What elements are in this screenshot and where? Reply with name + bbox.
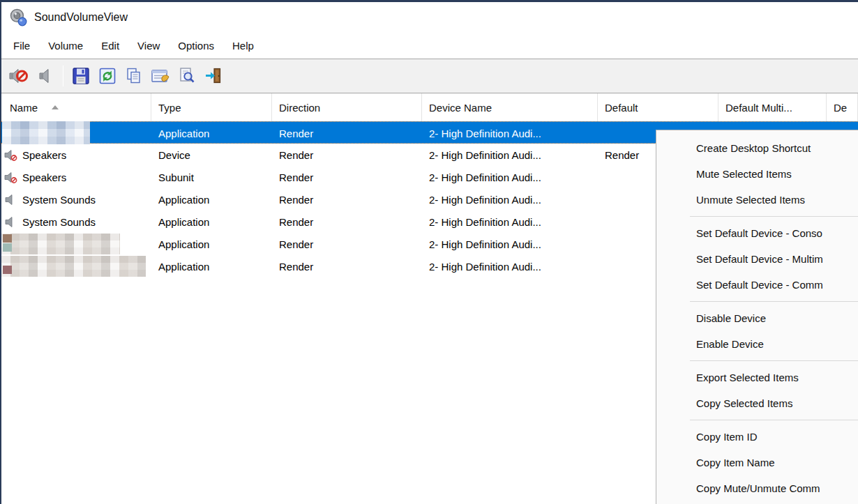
refresh-button[interactable]: [94, 62, 121, 90]
type-cell: Application: [151, 216, 272, 228]
menu-item-export-selected-items[interactable]: Export Selected Items: [656, 365, 858, 390]
unmute-button[interactable]: [32, 62, 59, 90]
menu-separator: [690, 216, 858, 217]
menu-item-copy-mute-unmute-command[interactable]: Copy Mute/Unmute Comm: [656, 475, 858, 501]
mute-icon: [8, 66, 29, 86]
column-header-default[interactable]: Default: [598, 93, 718, 121]
menu-edit[interactable]: Edit: [92, 32, 128, 59]
item-name: System Sounds: [22, 194, 96, 206]
title-bar: SoundVolumeView: [1, 2, 858, 32]
list-header: Name Type Direction Device Name Default …: [1, 93, 858, 121]
properties-icon: [150, 66, 171, 86]
find-button[interactable]: [174, 62, 200, 90]
menu-item-create-desktop-shortcut[interactable]: Create Desktop Shortcut: [656, 135, 858, 161]
direction-cell: Render: [272, 128, 422, 139]
copy-icon: [124, 66, 144, 86]
refresh-icon: [98, 66, 117, 86]
mute-button[interactable]: [6, 62, 32, 90]
find-icon: [177, 66, 197, 86]
menu-item-unmute-selected-items[interactable]: Unmute Selected Items: [656, 187, 858, 213]
column-label: De: [834, 102, 847, 114]
direction-cell: Render: [272, 216, 422, 228]
direction-cell: Render: [272, 238, 422, 250]
speaker-icon: [4, 193, 17, 206]
column-label: Type: [158, 102, 181, 114]
device-name-cell: 2- High Definition Audi...: [422, 171, 598, 183]
name-cell: [1, 255, 151, 277]
type-cell: Subunit: [151, 171, 272, 183]
type-cell: Device: [151, 149, 272, 161]
type-cell: Application: [151, 128, 272, 139]
sort-ascending-icon: [52, 105, 59, 109]
speaker-icon: [36, 66, 54, 86]
item-name: Speakers: [22, 171, 66, 183]
save-button[interactable]: [68, 62, 94, 90]
speaker-icon: [4, 215, 17, 229]
speaker-muted-icon: [4, 148, 17, 162]
column-header-default-multimedia[interactable]: Default Multi...: [718, 93, 827, 121]
direction-cell: Render: [272, 171, 422, 183]
menu-item-set-default-device-console[interactable]: Set Default Device - Conso: [656, 220, 858, 246]
menu-separator: [690, 420, 858, 420]
menu-item-copy-item-name[interactable]: Copy Item Name: [656, 450, 858, 475]
context-menu: Create Desktop Shortcut Mute Selected It…: [656, 130, 858, 504]
device-name-cell: 2- High Definition Audi...: [422, 128, 598, 139]
type-cell: Application: [151, 194, 272, 206]
name-cell: [1, 233, 151, 255]
device-name-cell: 2- High Definition Audi...: [422, 194, 598, 206]
censored-name-block: [1, 234, 120, 254]
app-speaker-icon: [9, 8, 28, 26]
name-cell: System Sounds: [1, 188, 151, 211]
menu-volume[interactable]: Volume: [39, 32, 92, 59]
name-cell: Speakers: [1, 144, 151, 166]
window-title: SoundVolumeView: [34, 11, 128, 24]
menu-item-mute-selected-items[interactable]: Mute Selected Items: [656, 161, 858, 187]
direction-cell: Render: [272, 194, 422, 206]
device-name-cell: 2- High Definition Audi...: [422, 216, 598, 228]
soundvolumeview-window: SoundVolumeView File Volume Edit View Op…: [0, 0, 858, 504]
column-header-type[interactable]: Type: [151, 93, 272, 121]
speaker-muted-icon: [4, 171, 17, 184]
name-cell: [1, 122, 151, 144]
copy-button[interactable]: [121, 62, 147, 90]
name-cell: System Sounds: [1, 211, 151, 233]
column-label: Device Name: [429, 102, 492, 114]
menu-item-copy-selected-items[interactable]: Copy Selected Items: [656, 390, 858, 416]
type-cell: Application: [151, 261, 272, 273]
menu-help[interactable]: Help: [223, 32, 263, 59]
menu-bar: File Volume Edit View Options Help: [1, 32, 858, 59]
properties-button[interactable]: [147, 62, 174, 90]
type-cell: Application: [151, 238, 272, 250]
column-label: Name: [10, 102, 38, 114]
menu-item-disable-device[interactable]: Disable Device: [656, 305, 858, 331]
item-name: Speakers: [22, 149, 66, 161]
device-name-cell: 2- High Definition Audi...: [422, 261, 598, 273]
menu-item-copy-item-id[interactable]: Copy Item ID: [656, 424, 858, 450]
column-header-default-communications[interactable]: De: [827, 93, 858, 121]
name-cell: Speakers: [1, 166, 151, 188]
menu-separator: [690, 301, 858, 302]
column-label: Direction: [279, 102, 320, 114]
device-name-cell: 2- High Definition Audi...: [422, 149, 598, 161]
column-header-direction[interactable]: Direction: [272, 93, 422, 121]
column-header-device-name[interactable]: Device Name: [422, 93, 598, 121]
menu-options[interactable]: Options: [169, 32, 223, 59]
menu-view[interactable]: View: [128, 32, 169, 59]
menu-item-set-default-device-multimedia[interactable]: Set Default Device - Multim: [656, 246, 858, 272]
direction-cell: Render: [272, 149, 422, 161]
column-header-name[interactable]: Name: [1, 93, 151, 121]
menu-item-set-default-device-communications[interactable]: Set Default Device - Comm: [656, 272, 858, 298]
column-label: Default: [605, 102, 638, 114]
direction-cell: Render: [272, 261, 422, 273]
save-icon: [71, 66, 91, 86]
censored-name-block: [1, 256, 146, 277]
exit-icon: [204, 66, 223, 86]
column-label: Default Multi...: [725, 102, 792, 114]
item-name: System Sounds: [22, 216, 96, 228]
menu-file[interactable]: File: [4, 32, 39, 59]
menu-separator: [690, 360, 858, 361]
menu-item-enable-device[interactable]: Enable Device: [656, 331, 858, 357]
toolbar: [1, 59, 858, 93]
device-name-cell: 2- High Definition Audi...: [422, 238, 598, 250]
exit-button[interactable]: [200, 62, 227, 90]
